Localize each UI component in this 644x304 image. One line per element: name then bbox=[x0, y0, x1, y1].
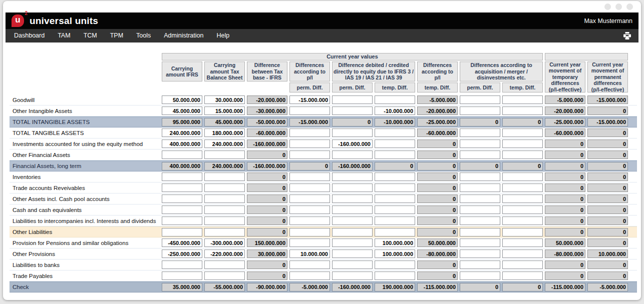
cell-input[interactable] bbox=[502, 260, 543, 269]
cell-input[interactable] bbox=[289, 216, 330, 225]
cell-input[interactable] bbox=[289, 272, 330, 280]
cell-input[interactable] bbox=[502, 172, 543, 181]
cell-input[interactable] bbox=[162, 228, 202, 236]
cell-input[interactable] bbox=[162, 184, 202, 192]
cell-input[interactable] bbox=[332, 172, 373, 181]
cell-input[interactable] bbox=[204, 206, 245, 214]
nav-item-tcm[interactable]: TCM bbox=[77, 29, 104, 42]
cell-input[interactable] bbox=[332, 150, 373, 159]
cell-input[interactable] bbox=[289, 96, 330, 104]
cell-input[interactable] bbox=[375, 228, 415, 236]
cell-input[interactable] bbox=[204, 96, 245, 104]
cell-input[interactable] bbox=[162, 216, 202, 225]
cell-input[interactable] bbox=[289, 150, 330, 159]
cell-input[interactable] bbox=[502, 150, 543, 159]
cell-input[interactable] bbox=[460, 216, 500, 225]
cell-input[interactable] bbox=[289, 106, 330, 115]
cell-input[interactable] bbox=[375, 140, 415, 148]
cell-input[interactable] bbox=[460, 184, 500, 192]
cell-input[interactable] bbox=[289, 128, 330, 137]
cell-input[interactable] bbox=[375, 194, 415, 203]
cell-input[interactable] bbox=[162, 194, 202, 203]
cell-input[interactable] bbox=[332, 106, 373, 115]
cell-input[interactable] bbox=[204, 150, 245, 159]
cell-input[interactable] bbox=[162, 96, 202, 104]
cell-input[interactable] bbox=[162, 172, 202, 181]
cell-input[interactable] bbox=[502, 140, 543, 148]
cell-input[interactable] bbox=[502, 206, 543, 214]
cell-input[interactable] bbox=[460, 260, 500, 269]
cell-input[interactable] bbox=[289, 228, 330, 236]
cell-input[interactable] bbox=[375, 106, 415, 115]
cell-input[interactable] bbox=[204, 184, 245, 192]
cell-input[interactable] bbox=[502, 216, 543, 225]
cell-input[interactable] bbox=[332, 250, 373, 258]
cell-input[interactable] bbox=[502, 106, 543, 115]
cell-input[interactable] bbox=[460, 228, 500, 236]
cell-input[interactable] bbox=[162, 128, 202, 137]
cell-input[interactable] bbox=[460, 106, 500, 115]
cell-input[interactable] bbox=[375, 96, 415, 104]
cell-input[interactable] bbox=[332, 140, 373, 148]
cell-input[interactable] bbox=[204, 128, 245, 137]
cell-input[interactable] bbox=[204, 238, 245, 247]
cell-input[interactable] bbox=[502, 272, 543, 280]
cell-input[interactable] bbox=[204, 194, 245, 203]
cell-input[interactable] bbox=[460, 96, 500, 104]
cell-input[interactable] bbox=[375, 206, 415, 214]
nav-item-tpm[interactable]: TPM bbox=[104, 29, 130, 42]
cell-input[interactable] bbox=[332, 272, 373, 280]
cell-input[interactable] bbox=[502, 228, 543, 236]
nav-item-dashboard[interactable]: Dashboard bbox=[8, 29, 51, 42]
cell-input[interactable] bbox=[502, 194, 543, 203]
cell-input[interactable] bbox=[502, 250, 543, 258]
cell-input[interactable] bbox=[375, 272, 415, 280]
cell-input[interactable] bbox=[204, 250, 245, 258]
cell-input[interactable] bbox=[332, 184, 373, 192]
cell-input[interactable] bbox=[460, 250, 500, 258]
cell-input[interactable] bbox=[162, 140, 202, 148]
cell-input[interactable] bbox=[204, 172, 245, 181]
print-button[interactable] bbox=[618, 32, 636, 40]
cell-input[interactable] bbox=[375, 172, 415, 181]
cell-input[interactable] bbox=[460, 238, 500, 247]
cell-input[interactable] bbox=[162, 150, 202, 159]
cell-input[interactable] bbox=[375, 128, 415, 137]
cell-input[interactable] bbox=[289, 172, 330, 181]
cell-input[interactable] bbox=[460, 150, 500, 159]
cell-input[interactable] bbox=[332, 206, 373, 214]
cell-input[interactable] bbox=[375, 238, 415, 247]
cell-input[interactable] bbox=[375, 216, 415, 225]
cell-input[interactable] bbox=[502, 128, 543, 137]
cell-input[interactable] bbox=[460, 140, 500, 148]
nav-item-tam[interactable]: TAM bbox=[51, 29, 77, 42]
cell-input[interactable] bbox=[460, 128, 500, 137]
cell-input[interactable] bbox=[162, 238, 202, 247]
cell-input[interactable] bbox=[460, 272, 500, 280]
cell-input[interactable] bbox=[289, 250, 330, 258]
cell-input[interactable] bbox=[332, 260, 373, 269]
nav-item-help[interactable]: Help bbox=[210, 29, 236, 42]
cell-input[interactable] bbox=[162, 272, 202, 280]
cell-input[interactable] bbox=[375, 250, 415, 258]
cell-input[interactable] bbox=[502, 96, 543, 104]
cell-input[interactable] bbox=[332, 194, 373, 203]
cell-input[interactable] bbox=[375, 184, 415, 192]
cell-input[interactable] bbox=[502, 238, 543, 247]
cell-input[interactable] bbox=[162, 206, 202, 214]
cell-input[interactable] bbox=[460, 172, 500, 181]
cell-input[interactable] bbox=[162, 106, 202, 115]
cell-input[interactable] bbox=[332, 96, 373, 104]
cell-input[interactable] bbox=[204, 106, 245, 115]
cell-input[interactable] bbox=[502, 184, 543, 192]
cell-input[interactable] bbox=[204, 140, 245, 148]
cell-input[interactable] bbox=[289, 260, 330, 269]
cell-input[interactable] bbox=[332, 228, 373, 236]
cell-input[interactable] bbox=[289, 238, 330, 247]
cell-input[interactable] bbox=[204, 216, 245, 225]
cell-input[interactable] bbox=[289, 184, 330, 192]
cell-input[interactable] bbox=[289, 194, 330, 203]
cell-input[interactable] bbox=[332, 128, 373, 137]
cell-input[interactable] bbox=[375, 150, 415, 159]
nav-item-administration[interactable]: Administration bbox=[157, 29, 210, 42]
